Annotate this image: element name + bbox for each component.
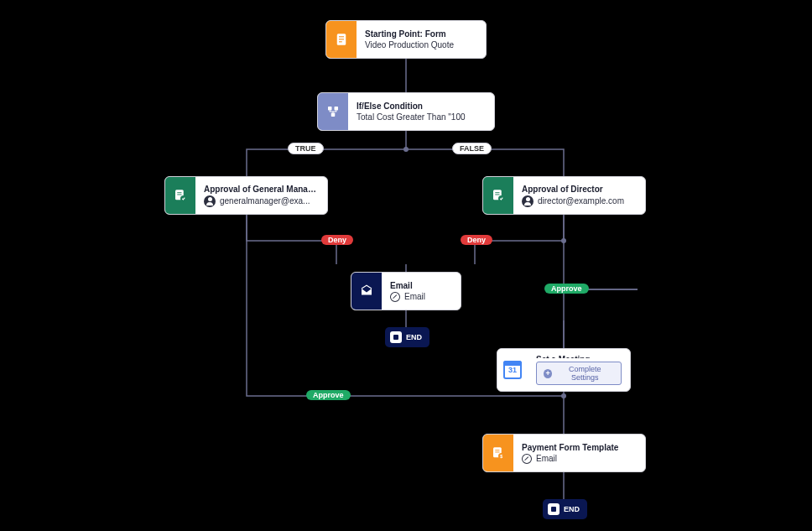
node-meeting[interactable]: 31 Set a Meeting Complete Settings [497,348,631,392]
svg-rect-12 [339,39,344,39]
node-link: Email [390,292,425,302]
node-subtitle: Total Cost Greater Than "100 [357,112,466,122]
badge-approve: Approve [306,390,351,400]
node-title: Starting Point: Form [365,29,454,39]
link-icon [390,292,402,302]
badge-false: FALSE [452,143,492,154]
node-link: Email [522,454,618,464]
node-email[interactable]: Email Email [351,272,461,310]
branch-icon [318,93,348,130]
svg-rect-11 [339,36,344,37]
node-end: END [385,327,429,347]
approval-icon [165,177,195,214]
svg-rect-14 [328,107,332,111]
end-icon [548,503,560,515]
svg-point-7 [403,147,409,152]
badge-approve: Approve [544,284,589,294]
workflow-canvas[interactable]: Starting Point: Form Video Production Qu… [0,0,812,531]
calendar-icon: 31 [497,349,528,391]
complete-settings-button[interactable]: Complete Settings [536,362,622,385]
node-title: Email [390,281,425,290]
node-subtitle: Video Production Quote [365,40,454,49]
connector-lines [0,0,812,531]
svg-rect-18 [177,192,181,193]
badge-deny: Deny [461,235,492,245]
node-title: Set a Meeting [536,355,622,358]
badge-deny: Deny [321,235,353,245]
node-payment[interactable]: $ Payment Form Template Email [482,434,646,472]
payment-form-icon: $ [483,435,513,471]
svg-rect-22 [495,192,499,193]
person-icon [204,195,216,207]
svg-rect-16 [331,113,336,117]
svg-rect-15 [335,107,339,111]
email-icon [351,273,382,310]
form-icon [326,21,357,58]
node-approval-gm[interactable]: Approval of General Manager generalmanag… [164,176,328,215]
node-title: Approval of General Manager [204,185,319,194]
node-title: If/Else Condition [357,102,466,111]
svg-rect-26 [495,450,499,450]
link-icon [522,454,534,464]
svg-rect-23 [495,195,499,195]
node-condition[interactable]: If/Else Condition Total Cost Greater Tha… [317,92,495,131]
node-title: Payment Form Template [522,443,618,452]
node-starting-point[interactable]: Starting Point: Form Video Production Qu… [325,20,487,59]
node-assignee: generalmanager@exa... [204,195,319,207]
node-assignee: director@example.com [522,195,624,207]
badge-true: TRUE [288,143,324,154]
node-end: END [543,499,587,519]
svg-rect-13 [339,41,342,42]
svg-rect-19 [177,195,181,195]
svg-rect-27 [495,452,499,453]
svg-point-9 [561,393,566,398]
node-approval-director[interactable]: Approval of Director director@example.co… [482,176,646,215]
approval-icon [483,177,513,214]
node-title: Approval of Director [522,185,624,194]
end-icon [390,331,402,343]
svg-point-8 [561,238,566,243]
person-icon [522,195,534,207]
svg-text:$: $ [500,454,502,459]
